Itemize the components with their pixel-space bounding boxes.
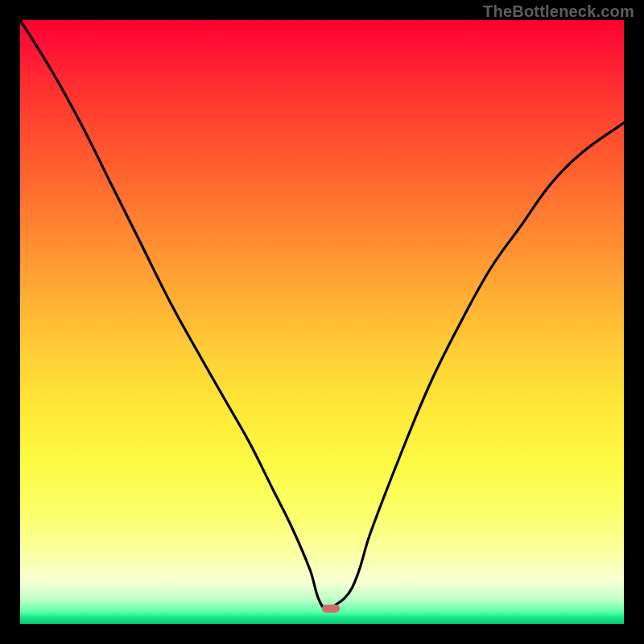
watermark-text: TheBottleneck.com [483, 2, 634, 21]
curve-svg [20, 20, 624, 624]
bottleneck-marker [322, 605, 340, 613]
bottleneck-curve [20, 20, 624, 608]
chart-frame: TheBottleneck.com [0, 0, 644, 644]
plot-area [20, 20, 624, 624]
